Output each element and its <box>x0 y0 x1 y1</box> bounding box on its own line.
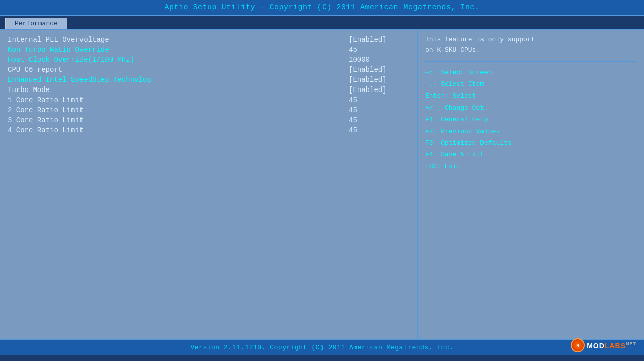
menu-value-5: [Enabled] <box>349 86 409 94</box>
key-help-item-0: ↔↕: Select Screen <box>425 67 636 78</box>
menu-label-3: CPU C6 report <box>8 66 62 74</box>
key-help-item-8: ESC: Exit <box>425 161 636 172</box>
menu-item-1[interactable]: Non Turbo Ratio Override45 <box>8 45 409 55</box>
logo-icon: M <box>571 338 585 352</box>
menu-value-8: 45 <box>349 116 409 124</box>
menu-item-6[interactable]: 1 Core Ratio Limit45 <box>8 95 409 105</box>
key-help-item-2: Enter: Select <box>425 90 636 102</box>
menu-label-2: Host Clock Override(1/100 MHz) <box>8 56 134 64</box>
menu-value-4: [Enabled] <box>349 76 409 84</box>
menu-label-0: Internal PLL Overvoltage <box>8 36 109 44</box>
menu-value-3: [Enabled] <box>349 66 409 74</box>
header-bar: Aptio Setup Utility - Copyright (C) 2011… <box>0 0 644 16</box>
menu-label-8: 3 Core Ratio Limit <box>8 116 84 124</box>
menu-label-6: 1 Core Ratio Limit <box>8 96 84 104</box>
menu-value-9: 45 <box>349 126 409 134</box>
header-title: Aptio Setup Utility - Copyright (C) 2011… <box>164 3 479 12</box>
menu-value-2: 10000 <box>349 56 409 64</box>
menu-label-9: 4 Core Ratio Limit <box>8 126 84 134</box>
menu-value-0: [Enabled] <box>349 36 409 44</box>
right-panel: This feature is only support on K-SKU CP… <box>418 30 644 339</box>
menu-item-9[interactable]: 4 Core Ratio Limit45 <box>8 125 409 135</box>
menu-item-3[interactable]: CPU C6 report[Enabled] <box>8 65 409 75</box>
tab-bar: Performance <box>0 16 644 30</box>
menu-value-6: 45 <box>349 96 409 104</box>
key-help-item-6: F3: Optimized Defaults <box>425 137 636 149</box>
menu-item-5[interactable]: Turbo Mode[Enabled] <box>8 85 409 95</box>
key-help-item-4: F1: General Help <box>425 114 636 125</box>
menu-label-5: Turbo Mode <box>8 86 50 94</box>
key-help: ↔↕: Select Screen↑↓: Select ItemEnter: S… <box>425 67 636 173</box>
modlabs-logo: M MODLABSNET <box>571 338 636 352</box>
menu-value-1: 45 <box>349 46 409 54</box>
help-text: This feature is only support on K-SKU CP… <box>425 35 636 56</box>
footer-text: Version 2.11.1210. Copyright (C) 2011 Am… <box>191 344 454 351</box>
help-line-2: on K-SKU CPUs. <box>425 45 636 56</box>
key-help-item-5: F2: Previous Values <box>425 126 636 137</box>
menu-label-7: 2 Core Ratio Limit <box>8 106 84 114</box>
menu-value-7: 45 <box>349 106 409 114</box>
key-help-item-3: +/-: Change Opt. <box>425 102 636 114</box>
menu-item-0[interactable]: Internal PLL Overvoltage[Enabled] <box>8 35 409 45</box>
key-help-item-7: F4: Save & Exit <box>425 149 636 160</box>
menu-label-4: Enhanced Intel SpeedStep Technolog <box>8 76 151 84</box>
logo-text: MODLABSNET <box>587 341 636 350</box>
menu-label-1: Non Turbo Ratio Override <box>8 46 109 54</box>
divider <box>425 61 636 62</box>
tab-performance[interactable]: Performance <box>5 18 67 29</box>
main-content: Internal PLL Overvoltage[Enabled]Non Tur… <box>0 30 644 339</box>
menu-item-7[interactable]: 2 Core Ratio Limit45 <box>8 105 409 115</box>
menu-item-4[interactable]: Enhanced Intel SpeedStep Technolog[Enabl… <box>8 75 409 85</box>
key-help-item-1: ↑↓: Select Item <box>425 78 636 90</box>
menu-item-8[interactable]: 3 Core Ratio Limit45 <box>8 115 409 125</box>
menu-item-2[interactable]: Host Clock Override(1/100 MHz)10000 <box>8 55 409 65</box>
help-line-1: This feature is only support <box>425 35 636 45</box>
left-panel: Internal PLL Overvoltage[Enabled]Non Tur… <box>0 30 418 339</box>
footer-bar: Version 2.11.1210. Copyright (C) 2011 Am… <box>0 339 644 355</box>
